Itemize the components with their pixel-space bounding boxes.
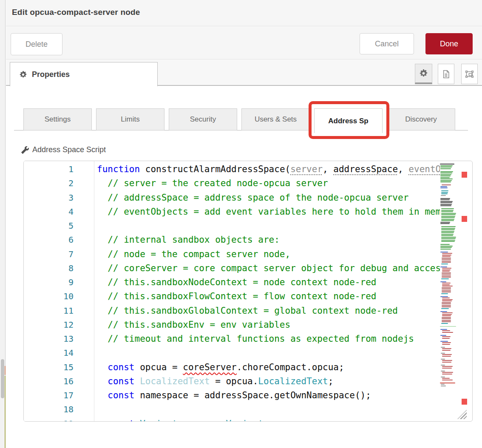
line-number: 5 [24,219,94,233]
line-number: 6 [24,233,94,247]
code-area[interactable]: function constructAlarmAddressSpace(serv… [95,161,440,421]
minimap-line [442,321,451,322]
minimap-line [442,286,453,286]
minimap-line [442,305,451,306]
minimap-line [440,341,448,342]
minimap-line [442,277,451,278]
tab-discovery[interactable]: Discovery [387,108,455,130]
script-section-label: Address Space Script [21,145,106,154]
minimap-line [441,377,445,377]
cancel-button[interactable]: Cancel [360,33,414,54]
minimap-line [440,265,457,266]
minimap-line [441,210,454,211]
minimap-line [440,174,451,175]
minimap-line [442,374,452,374]
code-line[interactable]: // internal sandbox objects are: [95,233,440,247]
error-marker[interactable] [462,172,467,178]
minimap-line [442,366,453,367]
minimap-line [441,193,448,194]
code-line[interactable]: // this.sandboxFlowContext = flow contex… [95,289,440,303]
minimap-line [441,241,455,242]
minimap-line [440,186,447,187]
editor-resize-handle[interactable] [457,410,467,419]
code-line[interactable]: // addressSpace = address space of the n… [95,191,440,205]
code-line[interactable]: // timeout and interval functions as exp… [95,332,440,346]
node-description-button[interactable] [438,64,454,84]
tab-address-sp[interactable]: Address Sp [314,108,383,133]
minimap-line [440,187,448,188]
code-line[interactable]: const opcua = coreServer.choreCompact.op… [95,360,440,374]
code-line[interactable]: // this.sandboxEnv = env variables [95,318,440,332]
minimap-line [441,213,456,214]
code-line[interactable]: const LocalizedText = opcua.LocalizedTex… [95,374,440,388]
delete-button[interactable]: Delete [11,33,62,55]
code-editor[interactable]: 12345678910111213141516171819 function c… [23,161,473,422]
minimap-line [442,348,451,349]
code-line[interactable] [95,219,440,233]
code-line[interactable]: // eventObjects = add event variables he… [95,205,440,219]
minimap-line [440,311,447,312]
code-line[interactable]: // node = the compact server node, [95,247,440,261]
minimap-line [441,220,454,221]
minimap-line [440,246,453,247]
minimap-line [441,231,454,232]
minimap-line [441,347,445,348]
minimap-line [440,351,457,352]
tab-users-sets[interactable]: Users & Sets [241,108,310,130]
minimap-line [440,295,457,295]
code-line[interactable]: // server = the created node-opcua serve… [95,176,440,190]
code-line[interactable]: // this.sandboxNodeContext = node contex… [95,275,440,289]
minimap-line [440,180,452,181]
minimap-line [441,208,454,209]
minimap-line [442,302,451,303]
minimap-line [441,278,449,279]
minimap-line [440,181,451,182]
line-number: 1 [24,162,94,176]
minimap-line [440,357,457,358]
minimap-line [441,323,448,324]
tab-limits[interactable]: Limits [96,108,164,130]
code-line[interactable]: // coreServer = core compact server obje… [95,261,440,275]
code-line[interactable]: function constructAlarmAddressSpace(serv… [95,162,440,176]
minimap-line [440,177,450,178]
minimap-line [440,173,452,173]
minimap-line [442,344,450,345]
minimap-line [442,256,451,257]
minimap-line [442,275,451,276]
minimap-line [440,183,457,184]
minimap-line [440,164,454,164]
tab-security[interactable]: Security [169,108,237,130]
tab-properties[interactable]: Properties [10,62,158,86]
minimap-line [441,226,456,227]
tab-settings[interactable]: Settings [23,108,92,130]
node-properties-button[interactable] [415,64,432,84]
code-line[interactable] [95,403,440,417]
minimap-line [442,283,451,284]
code-line[interactable]: // this.sandboxGlobalContext = global co… [95,304,440,318]
line-number: 10 [24,289,94,303]
code-line[interactable] [95,346,440,360]
line-number: 16 [24,374,94,388]
minimap-line [441,195,446,196]
minimap-line [442,306,451,307]
code-line[interactable]: const namespace = addressSpace.getOwnNam… [95,388,440,403]
minimap[interactable] [440,164,457,387]
minimap-line [440,252,448,252]
minimap-line [442,314,452,315]
done-button[interactable]: Done [425,33,473,54]
error-marker[interactable] [462,216,467,222]
minimap-line [440,196,457,197]
tab-properties-label: Properties [32,70,70,79]
line-number: 3 [24,191,94,205]
minimap-line [440,335,446,336]
minimap-line [441,228,455,229]
code-line[interactable]: const Variant = opcua.Variant; [95,417,440,422]
minimap-line [441,371,445,371]
error-marker[interactable] [462,399,467,405]
node-appearance-button[interactable] [461,64,478,84]
minimap-line [441,217,455,218]
minimap-line [440,327,457,328]
left-scrollbar-thumb[interactable] [1,359,4,398]
minimap-line [441,293,448,294]
minimap-line [441,216,455,217]
